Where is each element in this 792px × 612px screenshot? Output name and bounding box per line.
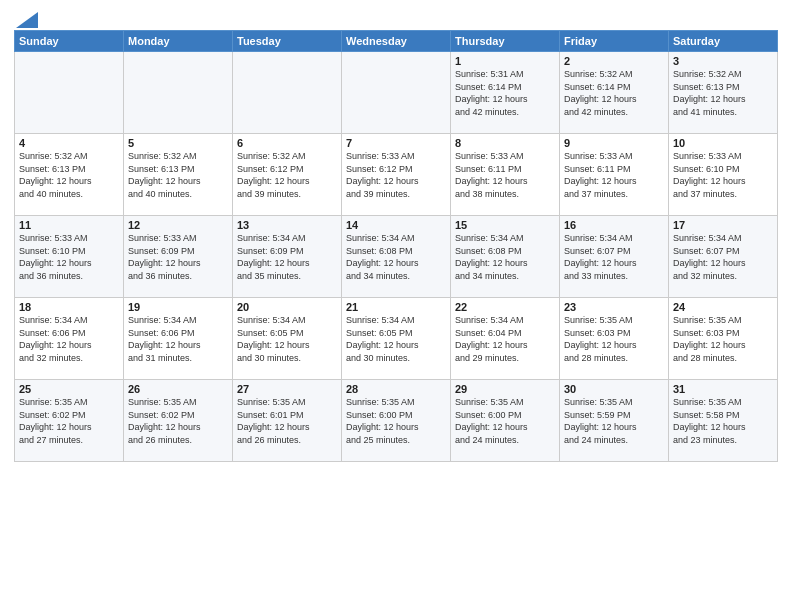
day-number: 4: [19, 137, 119, 149]
week-row-5: 25Sunrise: 5:35 AM Sunset: 6:02 PM Dayli…: [15, 380, 778, 462]
header: [14, 10, 778, 24]
day-number: 10: [673, 137, 773, 149]
day-number: 2: [564, 55, 664, 67]
day-number: 12: [128, 219, 228, 231]
day-cell: 9Sunrise: 5:33 AM Sunset: 6:11 PM Daylig…: [560, 134, 669, 216]
logo-icon: [16, 12, 38, 28]
day-cell: 26Sunrise: 5:35 AM Sunset: 6:02 PM Dayli…: [124, 380, 233, 462]
day-number: 22: [455, 301, 555, 313]
day-info: Sunrise: 5:35 AM Sunset: 5:58 PM Dayligh…: [673, 396, 773, 446]
day-info: Sunrise: 5:34 AM Sunset: 6:08 PM Dayligh…: [346, 232, 446, 282]
day-cell: 12Sunrise: 5:33 AM Sunset: 6:09 PM Dayli…: [124, 216, 233, 298]
header-cell-sunday: Sunday: [15, 31, 124, 52]
day-number: 30: [564, 383, 664, 395]
day-number: 26: [128, 383, 228, 395]
day-cell: 16Sunrise: 5:34 AM Sunset: 6:07 PM Dayli…: [560, 216, 669, 298]
day-info: Sunrise: 5:31 AM Sunset: 6:14 PM Dayligh…: [455, 68, 555, 118]
day-info: Sunrise: 5:35 AM Sunset: 6:03 PM Dayligh…: [673, 314, 773, 364]
day-info: Sunrise: 5:32 AM Sunset: 6:14 PM Dayligh…: [564, 68, 664, 118]
day-cell: 31Sunrise: 5:35 AM Sunset: 5:58 PM Dayli…: [669, 380, 778, 462]
day-number: 15: [455, 219, 555, 231]
day-number: 24: [673, 301, 773, 313]
week-row-2: 4Sunrise: 5:32 AM Sunset: 6:13 PM Daylig…: [15, 134, 778, 216]
day-cell: 1Sunrise: 5:31 AM Sunset: 6:14 PM Daylig…: [451, 52, 560, 134]
day-info: Sunrise: 5:32 AM Sunset: 6:13 PM Dayligh…: [128, 150, 228, 200]
day-info: Sunrise: 5:34 AM Sunset: 6:04 PM Dayligh…: [455, 314, 555, 364]
day-info: Sunrise: 5:32 AM Sunset: 6:13 PM Dayligh…: [19, 150, 119, 200]
day-info: Sunrise: 5:33 AM Sunset: 6:10 PM Dayligh…: [673, 150, 773, 200]
day-info: Sunrise: 5:35 AM Sunset: 6:02 PM Dayligh…: [128, 396, 228, 446]
day-cell: [342, 52, 451, 134]
day-cell: 20Sunrise: 5:34 AM Sunset: 6:05 PM Dayli…: [233, 298, 342, 380]
day-number: 7: [346, 137, 446, 149]
day-cell: 22Sunrise: 5:34 AM Sunset: 6:04 PM Dayli…: [451, 298, 560, 380]
header-cell-friday: Friday: [560, 31, 669, 52]
day-info: Sunrise: 5:32 AM Sunset: 6:12 PM Dayligh…: [237, 150, 337, 200]
day-cell: 10Sunrise: 5:33 AM Sunset: 6:10 PM Dayli…: [669, 134, 778, 216]
day-number: 1: [455, 55, 555, 67]
day-cell: 5Sunrise: 5:32 AM Sunset: 6:13 PM Daylig…: [124, 134, 233, 216]
day-cell: 17Sunrise: 5:34 AM Sunset: 6:07 PM Dayli…: [669, 216, 778, 298]
day-info: Sunrise: 5:32 AM Sunset: 6:13 PM Dayligh…: [673, 68, 773, 118]
day-number: 3: [673, 55, 773, 67]
day-number: 6: [237, 137, 337, 149]
day-cell: 18Sunrise: 5:34 AM Sunset: 6:06 PM Dayli…: [15, 298, 124, 380]
day-info: Sunrise: 5:34 AM Sunset: 6:05 PM Dayligh…: [346, 314, 446, 364]
day-cell: 4Sunrise: 5:32 AM Sunset: 6:13 PM Daylig…: [15, 134, 124, 216]
day-number: 27: [237, 383, 337, 395]
day-info: Sunrise: 5:34 AM Sunset: 6:06 PM Dayligh…: [19, 314, 119, 364]
day-number: 16: [564, 219, 664, 231]
day-info: Sunrise: 5:35 AM Sunset: 6:02 PM Dayligh…: [19, 396, 119, 446]
day-info: Sunrise: 5:34 AM Sunset: 6:09 PM Dayligh…: [237, 232, 337, 282]
day-number: 11: [19, 219, 119, 231]
day-cell: [15, 52, 124, 134]
day-cell: 29Sunrise: 5:35 AM Sunset: 6:00 PM Dayli…: [451, 380, 560, 462]
day-cell: 30Sunrise: 5:35 AM Sunset: 5:59 PM Dayli…: [560, 380, 669, 462]
day-number: 14: [346, 219, 446, 231]
header-cell-wednesday: Wednesday: [342, 31, 451, 52]
day-number: 23: [564, 301, 664, 313]
day-number: 31: [673, 383, 773, 395]
logo: [14, 10, 38, 24]
day-number: 25: [19, 383, 119, 395]
day-info: Sunrise: 5:33 AM Sunset: 6:11 PM Dayligh…: [564, 150, 664, 200]
header-cell-thursday: Thursday: [451, 31, 560, 52]
day-cell: [233, 52, 342, 134]
day-cell: 14Sunrise: 5:34 AM Sunset: 6:08 PM Dayli…: [342, 216, 451, 298]
day-info: Sunrise: 5:35 AM Sunset: 6:00 PM Dayligh…: [455, 396, 555, 446]
day-cell: 13Sunrise: 5:34 AM Sunset: 6:09 PM Dayli…: [233, 216, 342, 298]
day-number: 8: [455, 137, 555, 149]
day-cell: 7Sunrise: 5:33 AM Sunset: 6:12 PM Daylig…: [342, 134, 451, 216]
day-number: 20: [237, 301, 337, 313]
header-row: SundayMondayTuesdayWednesdayThursdayFrid…: [15, 31, 778, 52]
day-cell: 21Sunrise: 5:34 AM Sunset: 6:05 PM Dayli…: [342, 298, 451, 380]
day-cell: 24Sunrise: 5:35 AM Sunset: 6:03 PM Dayli…: [669, 298, 778, 380]
day-number: 13: [237, 219, 337, 231]
day-number: 9: [564, 137, 664, 149]
header-cell-monday: Monday: [124, 31, 233, 52]
day-number: 29: [455, 383, 555, 395]
day-number: 17: [673, 219, 773, 231]
day-cell: 15Sunrise: 5:34 AM Sunset: 6:08 PM Dayli…: [451, 216, 560, 298]
day-cell: 25Sunrise: 5:35 AM Sunset: 6:02 PM Dayli…: [15, 380, 124, 462]
day-number: 19: [128, 301, 228, 313]
day-number: 21: [346, 301, 446, 313]
day-info: Sunrise: 5:35 AM Sunset: 6:01 PM Dayligh…: [237, 396, 337, 446]
day-info: Sunrise: 5:34 AM Sunset: 6:08 PM Dayligh…: [455, 232, 555, 282]
calendar-table: SundayMondayTuesdayWednesdayThursdayFrid…: [14, 30, 778, 462]
week-row-4: 18Sunrise: 5:34 AM Sunset: 6:06 PM Dayli…: [15, 298, 778, 380]
week-row-1: 1Sunrise: 5:31 AM Sunset: 6:14 PM Daylig…: [15, 52, 778, 134]
day-info: Sunrise: 5:35 AM Sunset: 5:59 PM Dayligh…: [564, 396, 664, 446]
day-cell: 28Sunrise: 5:35 AM Sunset: 6:00 PM Dayli…: [342, 380, 451, 462]
page-container: SundayMondayTuesdayWednesdayThursdayFrid…: [0, 0, 792, 468]
day-cell: [124, 52, 233, 134]
day-cell: 2Sunrise: 5:32 AM Sunset: 6:14 PM Daylig…: [560, 52, 669, 134]
svg-marker-0: [16, 12, 38, 28]
week-row-3: 11Sunrise: 5:33 AM Sunset: 6:10 PM Dayli…: [15, 216, 778, 298]
day-info: Sunrise: 5:35 AM Sunset: 6:00 PM Dayligh…: [346, 396, 446, 446]
day-info: Sunrise: 5:33 AM Sunset: 6:09 PM Dayligh…: [128, 232, 228, 282]
header-cell-tuesday: Tuesday: [233, 31, 342, 52]
day-cell: 27Sunrise: 5:35 AM Sunset: 6:01 PM Dayli…: [233, 380, 342, 462]
day-number: 5: [128, 137, 228, 149]
day-number: 28: [346, 383, 446, 395]
